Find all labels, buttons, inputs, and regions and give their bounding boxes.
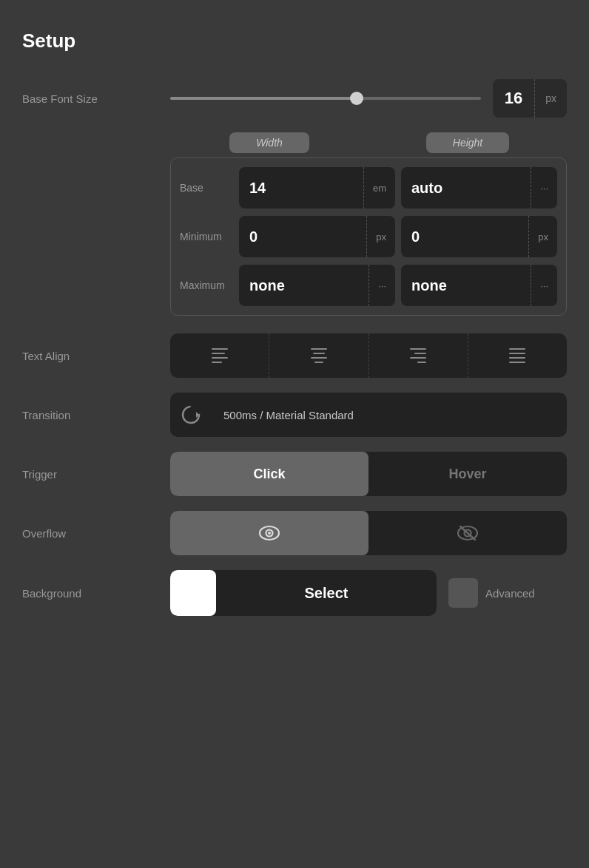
text-align-row: Text Align: [22, 333, 567, 378]
align-line: [509, 353, 525, 354]
eye-slash-icon: [457, 523, 479, 543]
transition-row: Transition 500ms / Material Standard: [22, 393, 567, 437]
align-right-icon: [410, 348, 426, 363]
background-advanced-label: Advanced: [485, 587, 535, 600]
align-line: [509, 362, 525, 363]
dimensions-base-label: Base: [180, 182, 239, 194]
background-select-button[interactable]: Select: [170, 570, 437, 616]
align-left-icon: [212, 348, 228, 363]
transition-control[interactable]: 500ms / Material Standard: [170, 393, 567, 437]
align-line: [509, 348, 525, 350]
dimensions-base-row: Base 14 em auto ···: [180, 167, 557, 208]
background-row: Background Select Advanced: [22, 570, 567, 616]
background-controls: Select Advanced: [170, 570, 567, 616]
align-line: [311, 357, 327, 359]
align-line: [311, 348, 327, 350]
align-line: [313, 353, 325, 354]
align-center-icon: [311, 348, 327, 363]
width-tab-cell: Width: [170, 132, 368, 153]
trigger-click-button[interactable]: Click: [170, 452, 368, 496]
align-line: [410, 348, 426, 350]
slider-fill: [170, 97, 357, 100]
background-select-label: Select: [216, 585, 437, 602]
align-justify-icon: [509, 348, 525, 363]
align-left-button[interactable]: [170, 333, 269, 378]
font-size-unit: px: [534, 79, 567, 118]
base-height-value: auto: [401, 180, 531, 197]
dimensions-row: Width Height Base 14 em auto ···: [22, 132, 567, 316]
text-align-controls: [170, 333, 567, 378]
base-width-unit: em: [363, 167, 395, 208]
text-align-label: Text Align: [22, 350, 170, 362]
wh-header: Width Height: [170, 132, 567, 153]
max-height-input[interactable]: none ···: [401, 265, 557, 306]
transition-icon-wrap: [170, 393, 212, 437]
max-width-value: none: [239, 277, 368, 294]
font-size-controls: 16 px: [170, 79, 567, 118]
trigger-hover-button[interactable]: Hover: [368, 452, 567, 496]
align-right-button[interactable]: [369, 333, 468, 378]
background-advanced-swatch: [448, 578, 478, 608]
overflow-label: Overflow: [22, 527, 170, 540]
slider-thumb[interactable]: [350, 92, 363, 105]
base-font-size-row: Base Font Size 16 px: [22, 79, 567, 118]
dimensions-min-row: Minimum 0 px 0 px: [180, 216, 557, 257]
overflow-visible-button[interactable]: [170, 511, 368, 555]
dimensions-min-cells: 0 px 0 px: [239, 216, 557, 257]
align-line: [414, 353, 426, 354]
align-line: [509, 357, 525, 359]
min-height-unit: px: [528, 216, 557, 257]
trigger-controls: Click Hover: [170, 452, 567, 496]
align-justify-button[interactable]: [468, 333, 567, 378]
eye-icon: [258, 525, 280, 541]
dimensions-max-cells: none ··· none ···: [239, 265, 557, 306]
base-font-size-label: Base Font Size: [22, 92, 170, 105]
font-size-slider[interactable]: [170, 97, 481, 100]
trigger-label: Trigger: [22, 468, 170, 481]
dimensions-container: Width Height Base 14 em auto ···: [170, 132, 567, 316]
overflow-row: Overflow: [22, 511, 567, 555]
font-size-input-box[interactable]: 16 px: [493, 79, 567, 118]
dimensions-label: [22, 132, 170, 144]
dimensions-max-row: Maximum none ··· none ···: [180, 265, 557, 306]
font-size-value: 16: [493, 89, 534, 108]
min-width-input[interactable]: 0 px: [239, 216, 395, 257]
trigger-row: Trigger Click Hover: [22, 452, 567, 496]
base-width-input[interactable]: 14 em: [239, 167, 395, 208]
background-advanced-button[interactable]: Advanced: [448, 578, 535, 608]
transition-value: 500ms / Material Standard: [212, 409, 366, 421]
background-color-swatch: [170, 570, 216, 616]
overflow-controls: [170, 511, 567, 555]
min-height-input[interactable]: 0 px: [401, 216, 557, 257]
align-center-button[interactable]: [269, 333, 368, 378]
align-line: [212, 357, 228, 359]
background-label: Background: [22, 587, 170, 600]
align-line: [212, 353, 225, 354]
min-width-value: 0: [239, 228, 366, 245]
max-width-input[interactable]: none ···: [239, 265, 395, 306]
base-width-value: 14: [239, 180, 363, 197]
base-height-unit: ···: [531, 167, 557, 208]
max-height-unit: ···: [531, 265, 557, 306]
min-height-value: 0: [401, 228, 528, 245]
align-line: [410, 357, 426, 359]
svg-line-7: [460, 526, 475, 540]
dimensions-max-label: Maximum: [180, 279, 239, 291]
height-tab-cell: Height: [368, 132, 567, 153]
svg-point-4: [268, 532, 271, 535]
transition-icon: [181, 404, 201, 425]
max-width-unit: ···: [368, 265, 395, 306]
base-height-input[interactable]: auto ···: [401, 167, 557, 208]
page-title: Setup: [22, 30, 567, 52]
dimensions-base-cells: 14 em auto ···: [239, 167, 557, 208]
align-line: [314, 362, 323, 363]
height-tab[interactable]: Height: [426, 132, 509, 153]
align-line: [212, 362, 222, 363]
dimensions-min-label: Minimum: [180, 231, 239, 243]
overflow-hidden-button[interactable]: [368, 511, 567, 555]
align-line: [212, 348, 228, 350]
max-height-value: none: [401, 277, 531, 294]
align-line: [417, 362, 426, 363]
width-tab[interactable]: Width: [229, 132, 309, 153]
min-width-unit: px: [366, 216, 395, 257]
